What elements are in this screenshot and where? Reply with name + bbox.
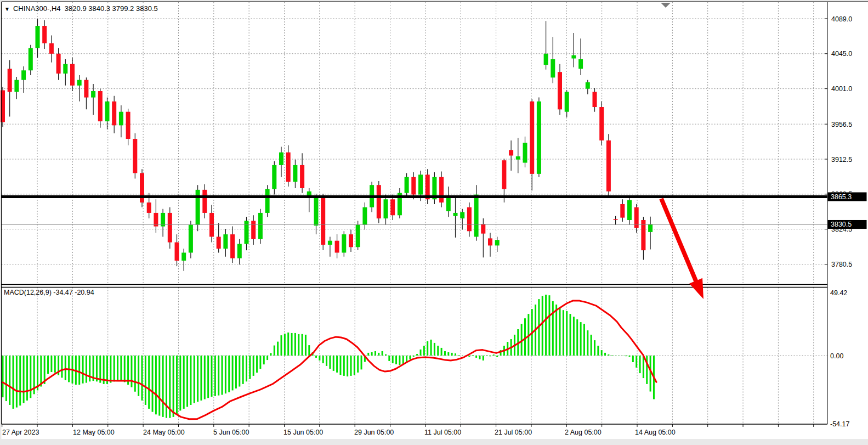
candle-bear xyxy=(42,26,47,43)
time-axis-label[interactable]: 29 Jun 05:00 xyxy=(354,429,394,436)
macd-histogram-bar xyxy=(152,356,154,412)
candle-bear xyxy=(620,204,625,218)
macd-histogram-bar xyxy=(462,356,463,356)
macd-histogram-bar xyxy=(611,355,613,356)
macd-histogram-bar xyxy=(343,356,345,376)
time-axis-label[interactable]: 14 Aug 05:00 xyxy=(635,429,676,436)
candle-bear xyxy=(502,160,506,189)
candle-bull xyxy=(293,165,297,182)
candle-bear xyxy=(558,72,562,109)
macd-histogram-bar xyxy=(378,353,379,356)
time-axis-label[interactable]: 11 Jul 05:00 xyxy=(424,429,461,436)
time-axis-label[interactable]: 21 Jul 05:00 xyxy=(495,429,532,436)
macd-histogram-bar xyxy=(441,348,442,356)
macd-histogram-bar xyxy=(30,356,31,398)
macd-histogram-bar xyxy=(646,356,648,384)
macd-histogram-bar xyxy=(604,353,606,356)
macd-axis-label: 0.00 xyxy=(830,352,843,360)
macd-histogram-bar xyxy=(120,356,122,381)
candle-bear xyxy=(251,221,256,239)
macd-histogram-bar xyxy=(608,354,609,356)
macd-histogram-bar xyxy=(263,356,265,364)
candle-bull xyxy=(237,244,242,258)
candle-bull xyxy=(384,199,388,218)
candle-bull xyxy=(328,241,332,245)
candle-bull xyxy=(362,207,367,225)
candle-bull xyxy=(544,54,548,65)
macd-histogram-bar xyxy=(5,356,7,401)
macd-histogram-bar xyxy=(361,356,362,369)
macd-histogram-bar xyxy=(434,343,435,356)
macd-histogram-bar xyxy=(423,346,425,356)
macd-histogram-bar xyxy=(200,356,202,401)
macd-histogram-bar xyxy=(420,350,422,356)
chart-dropdown-icon[interactable]: ▼ xyxy=(4,6,10,12)
macd-histogram-bar xyxy=(350,356,352,376)
macd-histogram-bar xyxy=(141,356,143,401)
macd-histogram-bar xyxy=(47,356,49,374)
macd-histogram-bar xyxy=(486,355,487,356)
candle-bear xyxy=(321,196,325,244)
macd-histogram-bar xyxy=(329,356,331,369)
candle-bear xyxy=(140,173,144,202)
macd-histogram-bar xyxy=(451,353,453,356)
macd-histogram-bar xyxy=(145,356,146,405)
time-axis-label[interactable]: 15 Jun 05:00 xyxy=(283,429,323,436)
macd-histogram-bar xyxy=(235,356,237,388)
macd-histogram-bar xyxy=(225,356,226,393)
candle-bear xyxy=(112,102,116,126)
candle-bull xyxy=(537,102,541,174)
macd-histogram-bar xyxy=(242,356,244,384)
macd-histogram-bar xyxy=(597,346,599,356)
candle-bear xyxy=(175,243,179,261)
macd-histogram-bar xyxy=(186,356,188,407)
candle-bear xyxy=(606,140,611,191)
macd-histogram-bar xyxy=(305,335,307,356)
chart-ohlc-readout: 3820.9 3840.3 3799.2 3830.5 xyxy=(65,4,158,13)
macd-histogram-bar xyxy=(16,356,18,408)
macd-histogram-bar xyxy=(559,307,561,356)
macd-histogram-bar xyxy=(594,340,595,356)
candle-bull xyxy=(516,156,520,160)
candle-bear xyxy=(634,207,639,228)
macd-histogram-bar xyxy=(399,356,400,365)
macd-histogram-bar xyxy=(89,356,90,381)
macd-histogram-bar xyxy=(26,356,28,401)
macd-histogram-bar xyxy=(563,310,564,356)
macd-histogram-bar xyxy=(402,356,404,364)
candle-bull xyxy=(586,82,590,89)
macd-histogram-bar xyxy=(650,356,651,392)
candle-bull xyxy=(342,234,346,252)
macd-histogram-bar xyxy=(256,356,258,373)
macd-histogram-bar xyxy=(124,356,126,382)
macd-histogram-bar xyxy=(622,356,623,356)
macd-histogram-bar xyxy=(427,341,428,356)
time-axis-label[interactable]: 12 May 05:00 xyxy=(73,429,115,436)
candle-bull xyxy=(91,91,95,98)
chart-canvas[interactable]: 4089.04045.04001.03956.53912.53868.53824… xyxy=(0,0,868,445)
macd-histogram-bar xyxy=(479,356,480,359)
macd-histogram-bar xyxy=(183,356,185,409)
time-axis-label[interactable]: 24 May 05:00 xyxy=(143,429,185,436)
macd-histogram-bar xyxy=(176,356,178,414)
macd-histogram-bar xyxy=(117,356,118,381)
candle-bear xyxy=(481,224,485,233)
macd-histogram-bar xyxy=(253,356,254,376)
candle-bear xyxy=(133,139,137,173)
time-axis-label[interactable]: 5 Jun 05:00 xyxy=(213,429,249,436)
macd-histogram-bar xyxy=(643,356,644,378)
candle-bear xyxy=(286,153,291,182)
candle-bull xyxy=(356,225,360,247)
time-axis-label[interactable]: 2 Aug 05:00 xyxy=(565,429,602,436)
candle-bear xyxy=(300,165,304,188)
macd-axis-label: -54.17 xyxy=(830,420,849,428)
chart-title[interactable]: ▼CHINA300-,H4 3820.9 3840.3 3799.2 3830.… xyxy=(4,4,158,13)
candle-bull xyxy=(551,59,555,77)
macd-histogram-bar xyxy=(354,356,355,375)
macd-histogram-bar xyxy=(232,356,234,390)
macd-histogram-bar xyxy=(570,314,571,356)
macd-histogram-bar xyxy=(496,356,498,357)
candle-bear xyxy=(168,213,172,243)
macd-histogram-bar xyxy=(315,356,317,358)
time-axis-label[interactable]: 27 Apr 2023 xyxy=(2,429,39,436)
